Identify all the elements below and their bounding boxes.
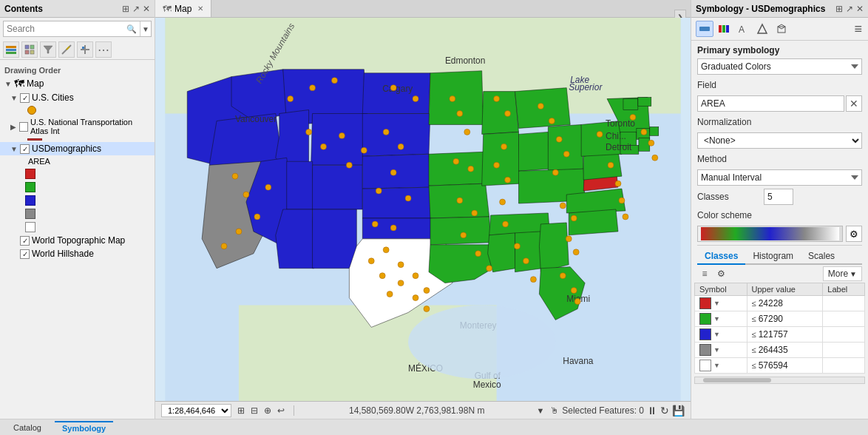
symbol-swatch-5[interactable] bbox=[699, 360, 711, 371]
label-cell-4[interactable] bbox=[823, 343, 865, 358]
svg-point-102 bbox=[398, 262, 404, 268]
more-tool-button[interactable]: ⋯ bbox=[95, 41, 112, 58]
svg-point-86 bbox=[331, 78, 337, 84]
map-svg: Edmonton Calgary Vancouver Lake Superior… bbox=[155, 18, 691, 401]
separator1 bbox=[697, 245, 862, 246]
map-tab[interactable]: 🗺 Map ✕ bbox=[155, 0, 211, 17]
label-cell-1[interactable] bbox=[823, 296, 865, 311]
label-cell-5[interactable] bbox=[823, 358, 865, 374]
symbol-dropdown-2[interactable]: ▼ bbox=[713, 315, 720, 323]
tree-item-us-demographics[interactable]: ▼ ✓ USDemographics bbox=[0, 142, 155, 155]
table-btn-1[interactable]: ≡ bbox=[697, 266, 712, 281]
sym-menu-button[interactable]: ≡ bbox=[852, 21, 864, 37]
upper-value-cell-4: ≤ 264435 bbox=[747, 343, 823, 358]
expand-arrow-transport[interactable]: ▶ bbox=[10, 123, 17, 131]
sym-tool-labels[interactable]: A bbox=[734, 21, 752, 37]
field-clear-button[interactable]: ✕ bbox=[846, 95, 862, 112]
classes-input[interactable] bbox=[764, 189, 793, 205]
search-dropdown[interactable]: ▼ bbox=[140, 21, 151, 36]
pin-icon[interactable]: ⊞ bbox=[122, 4, 129, 14]
symbology-tab[interactable]: Symbology bbox=[55, 421, 113, 434]
edit-tool-button[interactable] bbox=[58, 41, 75, 58]
symbol-dropdown-4[interactable]: ▼ bbox=[713, 346, 720, 354]
sym-tool-primary[interactable] bbox=[696, 21, 713, 37]
symbol-dropdown-5[interactable]: ▼ bbox=[713, 362, 720, 369]
nav-icon-4[interactable]: ↩ bbox=[277, 405, 285, 416]
legend-swatch-blue bbox=[25, 195, 35, 206]
tab-scales[interactable]: Scales bbox=[801, 249, 842, 265]
legend-swatch-gray bbox=[25, 209, 35, 219]
checkbox-world-hillshade[interactable]: ✓ bbox=[20, 249, 30, 259]
tab-histogram[interactable]: Histogram bbox=[745, 249, 801, 265]
refresh-icon[interactable]: ↻ bbox=[660, 405, 669, 417]
sym-tool-vary-color[interactable] bbox=[715, 21, 733, 37]
add-tool-button[interactable] bbox=[77, 41, 93, 58]
normalization-row: Normalization bbox=[691, 113, 868, 131]
color-scheme-settings[interactable]: ⚙ bbox=[846, 226, 862, 242]
symbol-dropdown-3[interactable]: ▼ bbox=[713, 331, 720, 338]
save-icon[interactable]: 💾 bbox=[672, 405, 685, 417]
tree-item-world-hillshade[interactable]: ✓ World Hillshade bbox=[0, 247, 155, 260]
tree-item-natl-transport[interactable]: ▶ U.S. National Transportation Atlas Int bbox=[0, 116, 155, 137]
sym-pin-icon[interactable]: ⊞ bbox=[835, 4, 843, 14]
upper-value-cell-3: ≤ 121757 bbox=[747, 327, 823, 343]
catalog-tab[interactable]: Catalog bbox=[6, 422, 49, 434]
checkbox-natl-transport[interactable] bbox=[19, 122, 28, 132]
nav-icon-1[interactable]: ⊞ bbox=[237, 405, 245, 416]
symbol-dropdown-1[interactable]: ▼ bbox=[713, 300, 720, 307]
svg-point-122 bbox=[515, 243, 521, 249]
method-select[interactable]: Manual Interval bbox=[697, 169, 862, 186]
nav-icon-2[interactable]: ⊟ bbox=[251, 405, 258, 416]
us-demographics-label: USDemographics bbox=[32, 144, 101, 154]
map-tab-close[interactable]: ✕ bbox=[197, 4, 203, 13]
tree-item-legend-white bbox=[0, 220, 155, 234]
layer-tool-button[interactable] bbox=[3, 41, 19, 58]
color-scheme-preview[interactable] bbox=[697, 226, 843, 242]
sym-close-icon[interactable]: ✕ bbox=[856, 4, 864, 14]
tree-item-map[interactable]: ▼ 🗺 Map bbox=[0, 76, 155, 91]
scale-selector[interactable]: 1:28,464,646 bbox=[161, 404, 231, 417]
expand-arrow-map[interactable]: ▼ bbox=[4, 80, 12, 88]
svg-marker-7 bbox=[44, 46, 52, 53]
pause-icon[interactable]: ⏸ bbox=[647, 405, 657, 417]
sym-float-icon[interactable]: ↗ bbox=[846, 4, 853, 14]
expand-arrow-cities[interactable]: ▼ bbox=[10, 94, 18, 102]
horizontal-scrollbar[interactable] bbox=[694, 377, 865, 384]
svg-text:Detroit: Detroit bbox=[606, 142, 632, 152]
sym-tool-masking[interactable] bbox=[753, 21, 771, 37]
checkbox-us-cities[interactable]: ✓ bbox=[20, 93, 30, 103]
search-input[interactable] bbox=[4, 24, 123, 34]
label-cell-2[interactable] bbox=[823, 311, 865, 327]
svg-marker-44 bbox=[539, 223, 569, 272]
symbology-header: Symbology - USDemographics ⊞ ↗ ✕ bbox=[691, 0, 868, 18]
table-btn-2[interactable]: ⚙ bbox=[713, 266, 728, 281]
label-cell-3[interactable] bbox=[823, 327, 865, 343]
symbology-type-select[interactable]: Graduated Colors bbox=[697, 58, 862, 75]
svg-text:Superior: Superior bbox=[569, 82, 603, 92]
svg-text:Edmonton: Edmonton bbox=[445, 55, 485, 66]
tree-item-us-cities[interactable]: ▼ ✓ U.S. Cities bbox=[0, 91, 155, 104]
expand-arrow-demographics[interactable]: ▼ bbox=[10, 145, 18, 153]
symbol-swatch-4[interactable] bbox=[699, 344, 711, 356]
group-tool-button[interactable] bbox=[21, 41, 38, 58]
filter-tool-button[interactable] bbox=[40, 41, 56, 58]
svg-point-127 bbox=[556, 136, 562, 142]
table-row: ▼ ≤ 67290 bbox=[695, 311, 865, 327]
symbol-swatch-1[interactable] bbox=[699, 297, 711, 309]
close-icon[interactable]: ✕ bbox=[143, 4, 150, 14]
sym-tool-3d[interactable] bbox=[773, 21, 790, 37]
checkbox-world-topo[interactable]: ✓ bbox=[20, 236, 30, 246]
checkbox-us-demographics[interactable]: ✓ bbox=[20, 144, 30, 154]
nav-icon-3[interactable]: ⊕ bbox=[264, 405, 271, 416]
svg-point-94 bbox=[383, 129, 389, 135]
symbol-swatch-3[interactable] bbox=[699, 328, 711, 340]
float-icon[interactable]: ↗ bbox=[132, 4, 140, 14]
tab-classes[interactable]: Classes bbox=[697, 249, 745, 265]
symbol-cell-4: ▼ bbox=[695, 343, 747, 358]
symbol-swatch-2[interactable] bbox=[699, 313, 711, 325]
more-button[interactable]: More ▼ bbox=[823, 266, 862, 281]
normalization-select[interactable]: <None> bbox=[697, 132, 862, 149]
field-select[interactable]: AREA bbox=[697, 95, 844, 112]
tree-item-world-topo[interactable]: ✓ World Topographic Map bbox=[0, 234, 155, 247]
svg-point-136 bbox=[574, 299, 580, 305]
